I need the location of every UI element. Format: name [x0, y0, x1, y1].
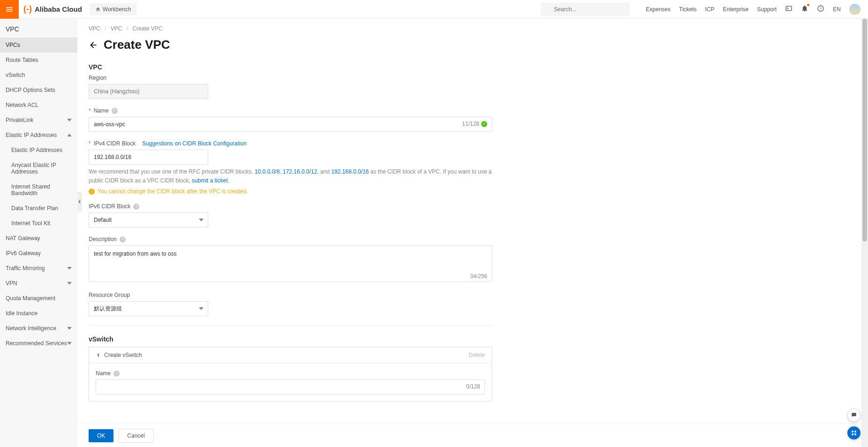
- svg-rect-5: [852, 433, 853, 435]
- name-label: Name: [94, 107, 109, 114]
- vswitch-name-input[interactable]: [96, 379, 485, 394]
- sidebar-item-label: Elastic IP Addresses: [11, 147, 62, 153]
- brand-logo[interactable]: (-) Alibaba Cloud: [23, 4, 82, 14]
- footer-bar: OK Cancel: [77, 424, 861, 447]
- sidebar-item[interactable]: IPv6 Gateway: [0, 246, 77, 261]
- vswitch-name-counter: 0/128: [466, 383, 480, 390]
- sidebar-item-label: Internet Tool Kit: [11, 220, 50, 227]
- nav-support[interactable]: Support: [757, 6, 777, 13]
- sidebar-item[interactable]: vSwitch: [0, 68, 77, 83]
- apps-fab[interactable]: [847, 426, 860, 439]
- vswitch-collapse-toggle[interactable]: Create vSwitch: [96, 352, 142, 358]
- brand-text: Alibaba Cloud: [35, 5, 82, 13]
- workbench-label: Workbench: [103, 6, 131, 13]
- cancel-button[interactable]: Cancel: [118, 429, 153, 443]
- sidebar-item-label: Recommended Services: [6, 340, 67, 347]
- sidebar-item-label: Network ACL: [6, 102, 38, 108]
- lang-switch[interactable]: EN: [833, 6, 841, 13]
- svg-rect-0: [786, 6, 792, 10]
- nav-tickets[interactable]: Tickets: [679, 6, 697, 13]
- cidr-link-10[interactable]: 10.0.0.0/8: [255, 168, 279, 175]
- global-search-input[interactable]: [541, 3, 630, 16]
- name-help-icon[interactable]: ?: [112, 108, 118, 114]
- cidr-suggestion-link[interactable]: Suggestions on CIDR Block Configuration: [142, 140, 247, 147]
- nav-icp[interactable]: ICP: [705, 6, 715, 13]
- section-vpc-title: VPC: [89, 63, 857, 71]
- notification-dot: [807, 4, 809, 6]
- workbench-button[interactable]: Workbench: [90, 3, 136, 15]
- resource-group-select[interactable]: [89, 301, 208, 316]
- cidr-input[interactable]: [89, 150, 208, 165]
- sidebar-item-label: Quota Management: [6, 295, 55, 302]
- nav-enterprise[interactable]: Enterprise: [723, 6, 749, 13]
- cidr-link-172[interactable]: 172.16.0.0/12: [283, 168, 317, 175]
- description-textarea[interactable]: [89, 245, 492, 282]
- sidebar-item[interactable]: NAT Gateway: [0, 231, 77, 246]
- help-icon[interactable]: ?: [817, 5, 824, 14]
- svg-rect-4: [854, 431, 856, 432]
- shell-icon[interactable]: [785, 5, 793, 14]
- vswitch-delete-button[interactable]: Delete: [468, 352, 485, 358]
- sidebar-item[interactable]: Network Intelligence: [0, 321, 77, 336]
- menu-toggle-button[interactable]: [0, 0, 19, 19]
- sidebar-item[interactable]: Idle Instance: [0, 306, 77, 321]
- chat-fab[interactable]: [847, 409, 860, 422]
- vswitch-name-help-icon[interactable]: ?: [113, 371, 120, 377]
- submit-ticket-link[interactable]: submit a ticket: [192, 177, 228, 184]
- sidebar-item-label: Traffic Mirroring: [6, 265, 45, 272]
- ipv6-label: IPv6 CIDR Block: [89, 203, 130, 210]
- sidebar-item-label: VPCs: [6, 42, 20, 48]
- sidebar-item[interactable]: Data Transfer Plan: [0, 201, 77, 216]
- cidr-link-192[interactable]: 192.168.0.0/16: [331, 168, 369, 175]
- ipv6-select[interactable]: [89, 212, 208, 227]
- sidebar-item-label: Idle Instance: [6, 310, 38, 317]
- chevron-down-icon: [67, 281, 72, 286]
- user-avatar[interactable]: [849, 4, 860, 15]
- ipv6-help-icon[interactable]: ?: [133, 204, 139, 210]
- region-input: [89, 84, 208, 99]
- sidebar-title: VPC: [0, 19, 77, 38]
- sidebar-item[interactable]: Internet Tool Kit: [0, 216, 77, 231]
- sidebar-item-label: VPN: [6, 280, 17, 287]
- breadcrumb-vpc[interactable]: VPC: [89, 25, 100, 32]
- sidebar-collapse-handle[interactable]: [77, 192, 82, 211]
- sidebar-item[interactable]: Recommended Services: [0, 336, 77, 351]
- sidebar-item[interactable]: Anycast Elastic IP Addresses: [0, 158, 77, 179]
- sidebar-item[interactable]: Internet Shared Bandwidth: [0, 179, 77, 201]
- region-label: Region: [89, 75, 492, 81]
- sidebar-item[interactable]: Network ACL: [0, 98, 77, 113]
- chevron-down-icon: [67, 118, 72, 122]
- name-input[interactable]: [89, 117, 492, 132]
- breadcrumb: VPC / VPC / Create VPC: [89, 25, 857, 32]
- sidebar-item-label: PrivateLink: [6, 117, 33, 123]
- scrollbar-thumb[interactable]: [862, 19, 867, 242]
- sidebar-item[interactable]: Quota Management: [0, 291, 77, 306]
- sidebar-item-label: IPv6 Gateway: [6, 250, 41, 257]
- description-help-icon[interactable]: ?: [120, 236, 126, 242]
- description-counter: 34/256: [470, 273, 487, 280]
- vswitch-panel: Create vSwitch Delete Name ? 0/128: [89, 347, 492, 402]
- svg-text:?: ?: [820, 7, 822, 11]
- sidebar-item[interactable]: Traffic Mirroring: [0, 261, 77, 276]
- sidebar: VPC VPCsRoute TablesvSwitchDHCP Options …: [0, 19, 77, 447]
- sidebar-item[interactable]: Elastic IP Addresses: [0, 128, 77, 143]
- back-arrow-icon[interactable]: [89, 40, 98, 50]
- page-scrollbar[interactable]: [861, 19, 868, 447]
- nav-expenses[interactable]: Expenses: [646, 6, 671, 13]
- sidebar-item[interactable]: Elastic IP Addresses: [0, 143, 77, 158]
- sidebar-item[interactable]: Route Tables: [0, 53, 77, 68]
- sidebar-item[interactable]: PrivateLink: [0, 113, 77, 128]
- ok-button[interactable]: OK: [89, 429, 113, 442]
- sidebar-item[interactable]: DHCP Options Sets: [0, 83, 77, 98]
- breadcrumb-vpc2[interactable]: VPC: [111, 25, 122, 32]
- sidebar-item[interactable]: VPN: [0, 276, 77, 291]
- chevron-down-icon: [67, 266, 72, 271]
- page-title: Create VPC: [104, 38, 170, 52]
- notification-icon[interactable]: [801, 5, 808, 14]
- hamburger-icon: [5, 5, 14, 14]
- chat-icon: [851, 412, 857, 418]
- sidebar-item[interactable]: VPCs: [0, 38, 77, 53]
- chevron-left-icon: [78, 199, 81, 204]
- cidr-label: IPv4 CIDR Block: [94, 140, 136, 147]
- apps-grid-icon: [851, 430, 857, 436]
